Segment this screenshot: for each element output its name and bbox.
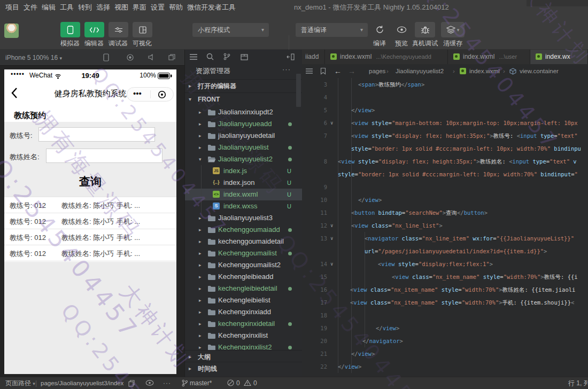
device-debug-button[interactable] xyxy=(415,22,435,37)
more-actions-icon[interactable]: ··· xyxy=(282,65,291,73)
menu-item[interactable]: 设置 xyxy=(149,3,167,12)
outline-section[interactable]: ▸大纲 xyxy=(185,350,302,363)
fold-chevron-icon[interactable]: ∨ xyxy=(330,219,333,232)
editor-button[interactable] xyxy=(84,22,104,37)
menu-item[interactable]: 界面 xyxy=(130,3,149,12)
list-icon[interactable] xyxy=(189,53,198,60)
coach-no-input[interactable] xyxy=(38,127,155,142)
menu-item[interactable]: 微信开发者工具 xyxy=(185,3,238,12)
fold-chevron-icon[interactable]: ∨ xyxy=(330,116,333,129)
compile-select[interactable]: 普通编译 ▾ xyxy=(296,23,368,37)
avatar[interactable] xyxy=(4,24,19,38)
result-row[interactable]: 教练号: 012教练姓名: 陈小巧手机: ... xyxy=(4,197,176,213)
breadcrumb-item[interactable]: view.container xyxy=(520,64,559,78)
package-icon[interactable] xyxy=(241,53,248,60)
menu-item[interactable]: 项目 xyxy=(3,3,21,12)
git-branch-icon[interactable] xyxy=(223,53,230,60)
tree-item[interactable]: ▸kechenggoumaidetail xyxy=(185,236,302,247)
copy-icon[interactable] xyxy=(128,380,135,387)
tree-item[interactable]: ▸Kechengleibielist xyxy=(185,294,302,306)
result-row[interactable]: 教练号: 012教练姓名: 陈小巧手机: ... xyxy=(4,245,176,261)
menu-item[interactable]: 文件 xyxy=(21,3,40,12)
nav-forward-icon[interactable]: → xyxy=(348,64,355,78)
tree-item[interactable]: ▸Jiaolianyuyueadd xyxy=(185,118,302,130)
clear-cache-button[interactable]: ▾ xyxy=(441,22,465,37)
tree-item[interactable]: ▸Kechengxinxiadd xyxy=(185,306,302,318)
tree-item[interactable]: ▸Kechenggoumailist xyxy=(185,247,302,259)
menu-item[interactable]: 帮助 xyxy=(167,3,185,12)
errors-icon[interactable] xyxy=(227,379,234,386)
open-editors-section[interactable]: ▸打开的编辑器 xyxy=(185,79,302,92)
search-icon[interactable] xyxy=(206,53,214,60)
breadcrumb-item[interactable]: Jiaolianyuyuelist2 xyxy=(396,64,444,78)
collapse-panel-icon[interactable] xyxy=(287,53,295,60)
menu-item[interactable]: 选择 xyxy=(94,3,112,12)
result-name: 教练姓名: 陈小巧 xyxy=(61,201,114,211)
rotate-device-icon[interactable] xyxy=(103,53,109,61)
bookmark-icon[interactable] xyxy=(320,67,326,75)
mode-select[interactable]: 小程序模式 ▾ xyxy=(192,23,269,37)
tree-item[interactable]: ▸kechengleibiedetail xyxy=(185,283,302,294)
tree-item[interactable]: ▸Kechengxinxilist2 xyxy=(185,341,302,350)
page-path-value[interactable]: pages/Jiaolianyuyuelist3/index xyxy=(41,377,123,389)
fold-chevron-icon[interactable]: ∨ xyxy=(330,232,333,245)
page-path-label[interactable]: 页面路径 ▾ xyxy=(5,377,35,389)
debugger-button[interactable] xyxy=(109,22,128,37)
result-phone: 手机: ... xyxy=(117,217,140,227)
tree-item[interactable]: ▾Jiaolianyuyuelist2 xyxy=(185,153,302,165)
tree-item[interactable]: JSindex.jsU xyxy=(185,165,302,177)
device-selector[interactable]: iPhone 5 100% 16 ▾ xyxy=(5,50,62,66)
result-row[interactable]: 教练号: 012教练姓名: 陈小巧手机: ... xyxy=(4,213,176,229)
tree-item[interactable]: ▸Kechengleibieadd xyxy=(185,271,302,283)
menu-item[interactable]: 工具 xyxy=(58,3,76,12)
result-row[interactable]: 教练号: 012教练姓名: 陈小巧手机: ... xyxy=(4,229,176,245)
preview-button[interactable] xyxy=(391,22,412,37)
explorer-scrollbar[interactable] xyxy=(296,74,301,107)
popout-icon[interactable] xyxy=(168,54,175,60)
explorer-title: 资源管理器 xyxy=(196,66,230,76)
tree-item[interactable]: {..}index.jsonU xyxy=(185,177,302,189)
menu-item[interactable]: 视图 xyxy=(112,3,130,12)
tree-item[interactable]: <>index.wxmlU xyxy=(185,189,302,200)
tree-item[interactable]: ▸Jiaolianyuyuelist3 xyxy=(185,212,302,224)
project-root-section[interactable]: ▾FRONT xyxy=(185,92,302,105)
search-button[interactable]: 查询 xyxy=(4,174,176,189)
record-icon[interactable] xyxy=(127,54,134,61)
outline-list-icon[interactable] xyxy=(305,68,313,74)
menu-item[interactable]: 转到 xyxy=(76,3,94,12)
toolbar: 模拟器编辑器调试器可视化 小程序模式 ▾ 普通编译 ▾ 编译预览真机调试▾清缓存 xyxy=(0,15,588,50)
branch-name[interactable]: master* xyxy=(190,377,212,389)
cursor-position[interactable]: 行 1, 列 xyxy=(568,377,588,389)
warnings-icon[interactable] xyxy=(244,379,251,386)
tree-item[interactable]: ▸kechengxinxidetail xyxy=(185,318,302,330)
visualizer-button[interactable] xyxy=(133,22,152,37)
tree-item[interactable]: ▸Jiaolianyuyuelist xyxy=(185,142,302,153)
tree-item[interactable]: ▸Kechenggoumaiadd xyxy=(185,224,302,236)
timeline-section[interactable]: ▸时间线 xyxy=(185,362,302,375)
simulator-button[interactable] xyxy=(60,22,80,37)
fold-chevron-icon[interactable]: ∨ xyxy=(330,258,333,270)
code-text: </navigator> xyxy=(362,334,403,347)
tree-item[interactable]: ▸Jiaolianxinxiupdt2 xyxy=(185,106,302,118)
tree-item[interactable]: ▸Kechenggoumailist2 xyxy=(185,259,302,271)
editor-tab[interactable]: iiadd xyxy=(302,50,325,64)
eye-icon[interactable] xyxy=(145,380,154,386)
sound-icon[interactable] xyxy=(148,54,156,60)
tree-item[interactable]: Sindex.wxssU xyxy=(185,200,302,212)
git-branch-icon[interactable] xyxy=(182,379,188,387)
compile-button[interactable] xyxy=(369,22,390,37)
editor-tab[interactable]: index.wxml ...\Kechengyuyueadd xyxy=(325,50,448,64)
menu-item[interactable]: 编辑 xyxy=(40,3,58,12)
tree-item[interactable]: ▸Kechengxinxilist xyxy=(185,330,302,341)
nav-back-icon[interactable]: ← xyxy=(334,64,342,78)
breadcrumb-item[interactable]: pages xyxy=(369,64,385,78)
coach-name-input[interactable] xyxy=(46,149,163,163)
tree-item[interactable]: ▸jiaolianyuyuedetail xyxy=(185,130,302,142)
target-icon[interactable] xyxy=(158,90,166,99)
editor-tab[interactable]: index.wxml ...\user xyxy=(448,50,530,64)
breadcrumb-item[interactable]: index.wxml xyxy=(469,64,500,78)
more-icon[interactable]: ••• xyxy=(133,88,142,101)
editor-tab[interactable]: index.wx xyxy=(530,50,588,64)
status-more-icon[interactable]: ··· xyxy=(163,377,171,389)
code-editor[interactable]: 3<span>教练预约</span>45</view>6∨<view style… xyxy=(302,78,588,377)
